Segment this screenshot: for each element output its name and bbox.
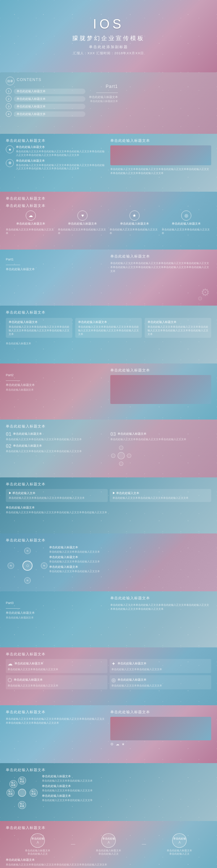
slide15-content: 单击此处输入标题文本 单击此处输入 单击此处输入标题文本单击此处输入正文 单击此… — [0, 821, 217, 868]
petal-b3: 单击此处输入正文文本单击此处输入正文文本 — [42, 799, 211, 802]
si-3: ★ — [122, 742, 125, 746]
petal-right: 输入标题 — [30, 789, 38, 797]
star-icon: ★ — [6, 145, 14, 153]
slide-13: 单击此处输入标题文本 单击此处输入正文文本单击此处输入正文文本单击此处输入正文文… — [0, 705, 217, 763]
grid-icon-3: ⬡ — [8, 677, 12, 683]
two-col-layout: 目录 CONTENTS 1 单击此处输入标题文本 2 单击此处输入标题文本 3 … — [6, 77, 118, 129]
bottom-title: 单击此处输入标题文本 — [6, 506, 211, 510]
slide7-content: Part2 单击此处输入标题文本 单击此处输入标题副文本 单击此处输入标题文本 — [0, 363, 217, 420]
petal-topleft: 输入标题 — [9, 780, 17, 788]
node-diagram: ⬡ N N N N — [6, 546, 49, 586]
icon-2: ♥ — [77, 210, 88, 221]
petal-t3: 单击此处输入标题文本 — [42, 794, 211, 798]
contents-item-1: 1 单击此处输入标题文本 — [6, 88, 85, 94]
node-b: N — [24, 577, 31, 584]
slide11-body: 单击此处输入正文文本单击此处输入正文文本单击此处输入正文文本单击此处输入正文文本… — [110, 603, 211, 611]
col-body-2: 单击此处输入正文文本单击此处输入正文文本 — [58, 228, 108, 235]
col-title-2: 单击此处输入标题文本 — [68, 222, 97, 226]
grid-icon-1: ☁ — [8, 661, 13, 667]
center-circle: ⬡ — [22, 561, 33, 571]
item-text-4[interactable]: 单击此处输入标题文本 — [14, 111, 85, 117]
item-text-2[interactable]: 单击此处输入标题文本 — [14, 96, 85, 102]
col1: 单击此处输入标题文本 单击此处输入正文文本单击此处输入正文文本单击此处输入正文文… — [6, 318, 72, 340]
bottom-text-row: 单击此处输入标题文本 单击此处输入正文文本单击此处输入正文文本单击此处输入正文文… — [6, 506, 211, 514]
slide14-title: 单击此处输入标题文本 — [6, 767, 211, 773]
grid-layout: ☁ 单击此处输入标题文本 单击此处输入正文文本单击此处输入正文文本 ✦ 单击此处… — [6, 659, 211, 689]
col-right: 03 单击此处输入标题文本 单击此处输入正文文本单击此处输入正文文本单击此处输入… — [110, 431, 211, 477]
grid-title-1: 单击此处输入标题文本 — [14, 662, 43, 665]
contents-content: 目录 CONTENTS 1 单击此处输入标题文本 2 单击此处输入标题文本 3 … — [0, 72, 217, 134]
item-num-4: 4 — [6, 111, 12, 117]
bottom-body: 单击此处输入正文文本单击此处输入正文文本单击此处输入正文文本单击此处输入正文文本 — [6, 511, 211, 514]
slide4-title2: 单击此处输入标题文本 — [6, 203, 211, 208]
part3-desc: 单击此处输入标题文本 — [6, 611, 107, 615]
slide15-btitle: 单击此处输入标题文本 — [6, 858, 211, 862]
slide5-title: 单击此处输入标题文本 — [110, 254, 211, 259]
contents-icon: 目录 — [6, 77, 14, 85]
petal-t2: 单击此处输入标题文本 — [42, 784, 211, 788]
two-col: 01 单击此处输入标题文本 单击此处输入正文文本单击此处输入正文文本单击此处输入… — [6, 431, 211, 477]
card1-title: 单击此处输入标题文本 — [9, 320, 69, 324]
meta-info: 汇报人：XXX 汇报时间：2018年XX月XX日 — [73, 51, 144, 56]
card3-body: 单击此处输入正文文本单击此处输入正文文本单击此处输入正文文本单击此处输入正文文本… — [148, 325, 208, 336]
slide3-content: 单击此处输入标题文本 ★ 单击此处输入标题文本 单击此处输入正文文本单击此处输入… — [0, 134, 217, 192]
col-right: 单击此处输入标题文本 单击此处输入正文文本单击此处输入正文文本单击此处输入正文文… — [110, 254, 211, 301]
grid-title-3: 单击此处输入标题文本 — [14, 678, 43, 682]
text-title1: 单击此处输入标题文本 — [49, 546, 211, 549]
item-num-1: 1 — [6, 88, 12, 94]
col-left: Part1 单击此处输入标题文本 — [6, 254, 107, 301]
slide10-title: 单击此处输入标题文本 — [6, 538, 211, 543]
flow-item2: ▶ 单击此处输入文本 单击此处输入正文文本单击此处输入正文文本单击此处输入正文文… — [110, 489, 212, 502]
slide11-content: Part3 单击此处输入标题文本 单击此处输入标题副文本 单击此处输入标题文本 … — [0, 591, 217, 647]
ios-title: IOS — [93, 17, 124, 32]
item2-header: 02 单击此处输入标题文本 — [6, 443, 107, 449]
item-text-3[interactable]: 单击此处输入标题文本 — [14, 104, 85, 109]
slide-14: 单击此处输入标题文本 输入标题 输入标题 输入标题 输入标题 输入标题 单击此处… — [0, 763, 217, 821]
chain-item-3: 单击此处输入 单击此处输入标题文本单击此处输入正文 — [148, 833, 211, 855]
main-title: 朦胧梦幻企业宣传模板 — [72, 35, 145, 42]
flower-diagram: 输入标题 输入标题 输入标题 输入标题 输入标题 — [6, 775, 38, 811]
chain-line-1 — [71, 844, 75, 844]
icon-4: ◎ — [181, 210, 191, 221]
chain-item-2: 单击此处输入 单击此处输入标题文本单击此处输入正文 — [77, 833, 140, 855]
flow-title2: ▶ 单击此处输入文本 — [112, 491, 209, 495]
col-left: Part2 单击此处输入标题文本 单击此处输入标题副文本 — [6, 368, 107, 415]
slide-12: 单击此处输入标题文本 ☁ 单击此处输入标题文本 单击此处输入正文文本单击此处输入… — [0, 647, 217, 705]
click-hint[interactable]: 单击此处添加副标题 — [89, 44, 128, 50]
icon-item-2: ♥ 单击此处输入标题文本 单击此处输入正文文本单击此处输入正文文本 — [58, 210, 108, 235]
grid-icon-2: ✦ — [111, 661, 116, 667]
part-desc: 单击此处输入标题文本 — [89, 95, 118, 99]
node-top — [119, 446, 123, 450]
slide-8: 单击此处输入标题文本 01 单击此处输入标题文本 单击此处输入正文文本单击此处输… — [0, 420, 217, 477]
petal-top: 输入标题 — [18, 776, 26, 784]
divider — [6, 608, 20, 609]
part2-sub: 单击此处输入标题副文本 — [6, 388, 107, 392]
part3-label: Part3 — [6, 601, 107, 605]
chain-item-1: 单击此处输入 单击此处输入标题文本单击此处输入正文 — [6, 833, 69, 855]
item-text-1[interactable]: 单击此处输入标题文本 — [14, 89, 85, 94]
slide8-title1: 单击此处输入标题文本 — [6, 424, 211, 429]
item-num-3: 3 — [6, 103, 12, 109]
chain-circle-3: 单击此处输入 — [172, 833, 187, 848]
icon-text-row: ★ 单击此处输入标题文本 单击此处输入正文文本单击此处输入正文文本单击此处输入正… — [6, 145, 107, 157]
image-placeholder2 — [110, 717, 211, 740]
grid-item-2: ✦ 单击此处输入标题文本 单击此处输入正文文本单击此处输入正文文本 — [110, 659, 211, 673]
two-col: 单击此处输入标题文本 ★ 单击此处输入标题文本 单击此处输入正文文本单击此处输入… — [6, 138, 211, 187]
col2: 单击此处输入标题文本 单击此处输入正文文本单击此处输入正文文本单击此处输入正文文… — [75, 318, 142, 340]
title-content: IOS 朦胧梦幻企业宣传模板 单击此处添加副标题 汇报人：XXX 汇报时间：20… — [0, 0, 217, 72]
num3: 03 — [110, 431, 116, 437]
slide10-content: 单击此处输入标题文本 ⬡ N N N N 单击此处输入标题文本 单击此处输入正文… — [0, 533, 217, 591]
two-col: Part3 单击此处输入标题文本 单击此处输入标题副文本 单击此处输入标题文本 … — [6, 596, 211, 643]
grid-title-2: 单击此处输入标题文本 — [118, 662, 146, 665]
icon-item-3: ★ 单击此处输入标题文本 单击此处输入正文文本单击此处输入正文文本 — [110, 210, 159, 235]
part2-label: Part2 — [6, 373, 107, 377]
item2-title: 单击此处输入标题文本 — [13, 444, 42, 448]
bottom-row: 单击此处输入标题文本 — [6, 342, 211, 345]
slide-9: 单击此处输入标题文本 ▶ 单击此处输入文本 单击此处输入正文文本单击此处输入正文… — [0, 477, 217, 533]
card2: 单击此处输入标题文本 单击此处输入正文文本单击此处输入正文文本单击此处输入正文文… — [75, 318, 142, 338]
icon-row-4: ☁ 单击此处输入标题文本 单击此处输入正文文本单击此处输入正文文本 ♥ 单击此处… — [6, 210, 211, 235]
contents-left: 目录 CONTENTS 1 单击此处输入标题文本 2 单击此处输入标题文本 3 … — [6, 77, 85, 129]
contents-item-4: 4 单击此处输入标题文本 — [6, 111, 85, 117]
petal-t1: 单击此处输入标题文本 — [42, 775, 211, 778]
petal-layout: 输入标题 输入标题 输入标题 输入标题 输入标题 单击此处输入标题文本 单击此处… — [6, 775, 211, 811]
